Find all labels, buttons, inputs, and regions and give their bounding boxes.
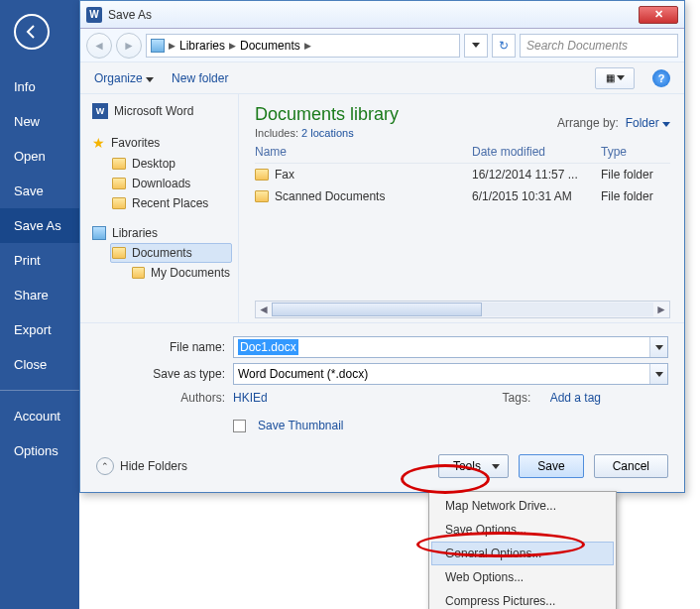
- help-button[interactable]: ?: [652, 69, 670, 87]
- column-headers[interactable]: Name Date modified Type: [255, 139, 670, 164]
- explorer-nav-bar: ◄ ► ▶ Libraries ▶ Documents ▶ ↻ Search D…: [80, 29, 684, 62]
- tree-downloads[interactable]: Downloads: [110, 174, 232, 193]
- nav-back-button[interactable]: ◄: [86, 33, 112, 59]
- nav-save-as[interactable]: Save As: [0, 208, 79, 243]
- save-form: File name: Doc1.docx Save as type: Word …: [80, 322, 684, 444]
- menu-save-options[interactable]: Save Options...: [431, 518, 614, 542]
- cancel-button[interactable]: Cancel: [594, 454, 668, 478]
- breadcrumb-item[interactable]: Libraries: [179, 39, 225, 53]
- arrange-by: Arrange by: Folder: [557, 116, 670, 130]
- filename-input[interactable]: Doc1.docx: [233, 336, 668, 358]
- tree-recent[interactable]: Recent Places: [110, 193, 232, 213]
- folder-icon: [112, 197, 126, 209]
- hide-folders-button[interactable]: ⌃ Hide Folders: [96, 457, 187, 475]
- menu-map-network-drive[interactable]: Map Network Drive...: [431, 494, 614, 518]
- library-title: Documents library: [255, 104, 399, 125]
- nav-close[interactable]: Close: [0, 347, 79, 382]
- horizontal-scrollbar[interactable]: ◄►: [255, 301, 670, 318]
- star-icon: ★: [92, 135, 105, 151]
- refresh-button[interactable]: ↻: [492, 34, 516, 58]
- nav-share[interactable]: Share: [0, 278, 79, 312]
- tree-msword[interactable]: W Microsoft Word: [90, 100, 232, 122]
- organize-button[interactable]: Organize: [94, 71, 154, 85]
- tree-documents[interactable]: Documents: [110, 243, 232, 263]
- nav-print[interactable]: Print: [0, 243, 79, 278]
- col-name[interactable]: Name: [255, 145, 472, 159]
- folder-icon: [112, 158, 126, 170]
- libraries-icon: [151, 39, 165, 53]
- arrange-by-dropdown[interactable]: Folder: [626, 116, 670, 130]
- breadcrumb-item[interactable]: Documents: [240, 39, 300, 53]
- nav-forward-button[interactable]: ►: [116, 33, 142, 59]
- includes-link[interactable]: 2 locations: [301, 127, 354, 139]
- tags-value[interactable]: Add a tag: [550, 391, 601, 405]
- file-pane: Documents library Includes: 2 locations …: [239, 94, 684, 322]
- breadcrumb-history-button[interactable]: [464, 34, 488, 58]
- explorer-toolbar: Organize New folder ▦ ?: [80, 62, 684, 94]
- savetype-select[interactable]: Word Document (*.docx): [233, 363, 668, 385]
- folder-icon: [255, 169, 269, 181]
- library-subtitle: Includes: 2 locations: [255, 127, 399, 139]
- nav-account[interactable]: Account: [0, 399, 79, 433]
- word-icon: W: [86, 7, 102, 23]
- dialog-title-bar: W Save As ✕: [80, 1, 684, 29]
- nav-options[interactable]: Options: [0, 433, 79, 468]
- col-date[interactable]: Date modified: [472, 145, 601, 159]
- authors-value[interactable]: HKIEd: [233, 391, 268, 405]
- save-thumbnail-label[interactable]: Save Thumbnail: [258, 419, 344, 432]
- nav-export[interactable]: Export: [0, 312, 79, 347]
- search-input[interactable]: Search Documents: [520, 34, 678, 58]
- close-button[interactable]: ✕: [639, 6, 678, 24]
- libraries-icon: [92, 226, 106, 240]
- folder-icon: [255, 190, 269, 202]
- word-file-sidebar: Info New Open Save Save As Print Share E…: [0, 0, 79, 609]
- tree-libraries[interactable]: Libraries: [90, 223, 232, 243]
- tools-button[interactable]: Tools: [438, 454, 509, 478]
- savetype-label: Save as type:: [96, 367, 225, 381]
- view-mode-button[interactable]: ▦: [595, 67, 635, 89]
- savetype-dropdown[interactable]: [649, 364, 667, 384]
- back-button[interactable]: [14, 14, 50, 50]
- file-row[interactable]: Fax 16/12/2014 11:57 ... File folder: [255, 164, 670, 185]
- tools-menu: Map Network Drive... Save Options... Gen…: [428, 491, 617, 609]
- folder-tree: W Microsoft Word ★ Favorites Desktop Dow…: [80, 94, 239, 322]
- filename-dropdown[interactable]: [649, 337, 667, 357]
- nav-new[interactable]: New: [0, 104, 79, 139]
- menu-general-options[interactable]: General Options...: [431, 542, 614, 565]
- folder-icon: [112, 247, 126, 259]
- nav-info[interactable]: Info: [0, 69, 79, 104]
- tree-mydocuments[interactable]: My Documents: [130, 263, 232, 283]
- save-thumbnail-checkbox[interactable]: [233, 420, 246, 432]
- folder-icon: [132, 267, 145, 279]
- save-button[interactable]: Save: [519, 454, 583, 478]
- menu-compress-pictures[interactable]: Compress Pictures...: [431, 589, 614, 609]
- chevron-up-icon: ⌃: [96, 457, 114, 475]
- tags-label: Tags:: [503, 391, 531, 405]
- tree-favorites[interactable]: ★ Favorites: [90, 132, 232, 154]
- file-row[interactable]: Scanned Documents 6/1/2015 10:31 AM File…: [255, 185, 670, 207]
- nav-open[interactable]: Open: [0, 139, 79, 174]
- filename-label: File name:: [96, 340, 225, 354]
- menu-web-options[interactable]: Web Options...: [431, 565, 614, 589]
- dialog-title: Save As: [108, 8, 639, 22]
- new-folder-button[interactable]: New folder: [172, 71, 228, 85]
- word-icon: W: [92, 103, 108, 119]
- folder-icon: [112, 178, 126, 189]
- tree-desktop[interactable]: Desktop: [110, 154, 232, 174]
- authors-label: Authors:: [96, 391, 225, 405]
- dialog-action-bar: ⌃ Hide Folders Tools Save Cancel: [80, 444, 684, 492]
- col-type[interactable]: Type: [601, 145, 670, 159]
- nav-save[interactable]: Save: [0, 174, 79, 208]
- save-as-dialog: W Save As ✕ ◄ ► ▶ Libraries ▶ Documents …: [79, 0, 685, 493]
- breadcrumb[interactable]: ▶ Libraries ▶ Documents ▶: [146, 34, 460, 58]
